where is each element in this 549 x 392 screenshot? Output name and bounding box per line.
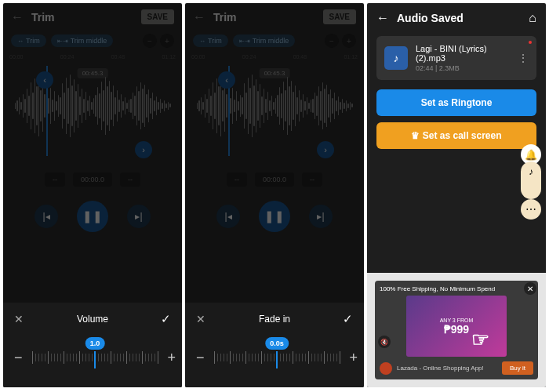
zoom-in-icon[interactable]: +: [342, 34, 356, 48]
plus-button[interactable]: +: [350, 350, 358, 366]
chip-label: Trim: [208, 37, 222, 45]
close-icon[interactable]: ✕: [196, 313, 210, 325]
home-icon[interactable]: ⌂: [529, 11, 536, 25]
trim-middle-icon: ⇤⇥: [57, 38, 68, 45]
chip-trim[interactable]: ↔Trim: [11, 34, 46, 47]
more-icon[interactable]: ⋮: [518, 52, 529, 64]
slider-knob[interactable]: 0.0s: [265, 337, 289, 350]
slider-indicator: [276, 351, 278, 368]
ad-mute-icon[interactable]: 🔇: [378, 336, 391, 348]
crown-icon: ♛: [411, 130, 420, 141]
chip-label: Trim middle: [253, 37, 289, 45]
ad-container: ✕ 🔇 100% Free Shipping, No Minimum Spend…: [367, 273, 546, 387]
skip-back-button[interactable]: |◂: [35, 205, 58, 228]
mode-chips: ↔Trim ⇤⇥Trim middle − +: [185, 31, 364, 51]
header: ← Audio Saved ⌂: [367, 3, 546, 33]
back-icon[interactable]: ←: [11, 10, 24, 24]
time-start: --: [45, 172, 65, 187]
skip-forward-button[interactable]: ▸|: [127, 205, 151, 228]
ruler-tick: 01:12: [162, 54, 176, 60]
time-ruler: 00:00 00:24 00:48 01:12: [3, 54, 182, 60]
ad-logo-icon: [380, 362, 392, 375]
time-readout: -- 00:00.0 --: [185, 172, 364, 187]
sheet-title: Volume: [28, 314, 157, 325]
time-end: --: [120, 172, 140, 187]
trim-icon: ↔: [17, 38, 24, 45]
ruler-tick: 00:24: [242, 54, 256, 60]
waveform: [185, 68, 364, 143]
play-pause-button[interactable]: ❚❚: [259, 201, 290, 232]
ad-image: ANY 3 FROM ₱999 ☞: [406, 296, 506, 357]
back-icon[interactable]: ←: [376, 11, 389, 25]
more-dots-icon[interactable]: ⋯: [521, 199, 541, 220]
music-icon[interactable]: ♪: [529, 166, 533, 177]
sheet-title: Fade in: [210, 314, 339, 325]
zoom-out-icon[interactable]: −: [325, 34, 339, 48]
floating-toolbar: 🔔 ♪ ⋯: [521, 144, 541, 199]
confirm-icon[interactable]: ✓: [339, 312, 353, 326]
waveform-timeline[interactable]: 00:00 00:24 00:48 01:12 00:45.3 ‹ ›: [3, 54, 182, 160]
slider-knob[interactable]: 1.0: [85, 337, 105, 350]
time-start: --: [227, 172, 247, 187]
floating-pill[interactable]: ♪ ⋯: [521, 162, 541, 199]
time-ruler: 00:00 00:24 00:48 01:12: [185, 54, 364, 60]
chip-trim-middle[interactable]: ⇤⇥Trim middle: [233, 34, 296, 47]
left-handle[interactable]: ‹: [218, 71, 235, 89]
playback-controls: |◂ ❚❚ ▸|: [3, 201, 182, 232]
confirm-icon[interactable]: ✓: [157, 312, 171, 326]
minus-button[interactable]: −: [14, 350, 23, 366]
ad-card[interactable]: ✕ 🔇 100% Free Shipping, No Minimum Spend…: [375, 281, 538, 379]
page-title: Audio Saved: [397, 12, 521, 24]
volume-sheet: ✕ Volume ✓ − 1.0 +: [3, 303, 182, 387]
page-title: Trim: [213, 11, 315, 24]
right-handle[interactable]: ›: [317, 141, 334, 158]
close-icon[interactable]: ✕: [14, 313, 28, 325]
chip-label: Trim middle: [71, 37, 107, 45]
music-note-icon: ♪: [384, 46, 408, 70]
trim-icon: ↔: [199, 38, 205, 45]
chip-trim[interactable]: ↔Trim: [193, 34, 228, 47]
set-ringtone-button[interactable]: Set as Ringtone: [376, 89, 536, 116]
ruler-tick: 01:12: [344, 54, 358, 60]
minus-button[interactable]: −: [196, 350, 205, 366]
time-current: 00:00.0: [73, 172, 112, 187]
ad-cta-button[interactable]: Buy it: [502, 361, 533, 375]
fadein-slider[interactable]: 0.0s: [214, 342, 340, 373]
ad-pre-text: ANY 3 FROM: [440, 318, 474, 323]
header: ← Trim SAVE: [185, 3, 364, 31]
chip-label: Trim: [26, 37, 40, 45]
skip-forward-button[interactable]: ▸|: [309, 205, 333, 228]
left-handle[interactable]: ‹: [36, 71, 53, 89]
volume-slider[interactable]: 1.0: [32, 342, 158, 373]
slider-indicator: [94, 351, 96, 368]
playback-controls: |◂ ❚❚ ▸|: [185, 201, 364, 232]
mode-chips: ↔Trim ⇤⇥Trim middle − +: [3, 31, 182, 51]
set-callscreen-button[interactable]: ♛ Set as call screen: [376, 122, 536, 149]
ruler-tick: 00:48: [111, 54, 125, 60]
ruler-tick: 00:00: [191, 54, 205, 60]
plus-button[interactable]: +: [168, 350, 176, 366]
time-readout: -- 00:00.0 --: [3, 172, 182, 187]
audio-filename: Lagi - BINI (Lyrics)(2).mp3: [416, 44, 510, 63]
zoom-out-icon[interactable]: −: [143, 34, 157, 48]
skip-back-button[interactable]: |◂: [216, 205, 240, 228]
chip-trim-middle[interactable]: ⇤⇥Trim middle: [51, 34, 114, 47]
pointer-hand-icon: ☞: [471, 328, 489, 352]
back-icon[interactable]: ←: [193, 10, 205, 24]
audio-meta: 02:44 | 2.3MB: [416, 64, 510, 72]
save-button[interactable]: SAVE: [141, 9, 175, 24]
waveform-timeline[interactable]: 00:00 00:24 00:48 01:12 00:45.3 ‹ ›: [185, 54, 364, 160]
ad-close-icon[interactable]: ✕: [524, 282, 536, 295]
play-pause-button[interactable]: ❚❚: [77, 201, 108, 232]
zoom-in-icon[interactable]: +: [160, 34, 174, 48]
fadein-sheet: ✕ Fade in ✓ − 0.0s +: [185, 303, 364, 387]
header: ← Trim SAVE: [3, 3, 182, 31]
right-handle[interactable]: ›: [135, 141, 152, 158]
ruler-tick: 00:00: [9, 54, 24, 60]
waveform: [3, 68, 182, 143]
time-current: 00:00.0: [255, 172, 294, 187]
save-button[interactable]: SAVE: [323, 9, 357, 24]
ad-footer-text: Lazada - Online Shopping App!: [397, 365, 497, 372]
audio-result-card[interactable]: ♪ Lagi - BINI (Lyrics)(2).mp3 02:44 | 2.…: [376, 36, 536, 80]
time-end: --: [302, 172, 322, 187]
